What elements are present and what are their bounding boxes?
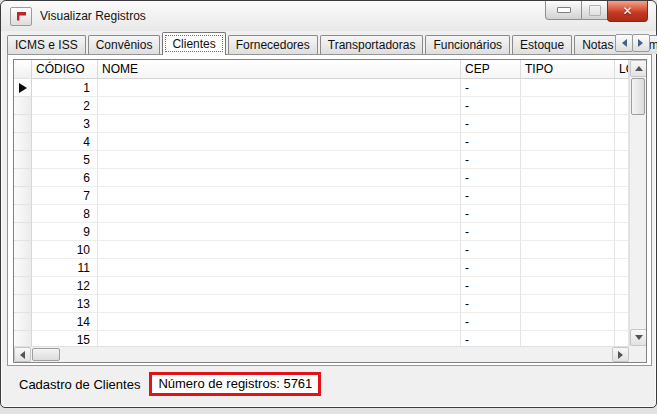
cell-nome[interactable] [98,97,461,115]
row-indicator[interactable] [14,313,32,331]
scroll-down-button[interactable] [630,329,647,346]
cell-tipo[interactable] [521,277,615,295]
vertical-scroll-thumb[interactable] [631,78,645,115]
cell-codigo[interactable]: 9 [32,223,98,241]
row-indicator[interactable] [14,277,32,295]
cell-lo[interactable] [615,259,629,277]
cell-cep[interactable]: - [461,331,521,346]
cell-lo[interactable] [615,133,629,151]
current-row-indicator[interactable] [14,79,32,97]
cell-lo[interactable] [615,223,629,241]
column-header-tipo[interactable]: TIPO [521,60,615,79]
cell-nome[interactable] [98,259,461,277]
column-header-cep[interactable]: CEP [461,60,521,79]
tab-funcionarios[interactable]: Funcionários [425,35,510,54]
cell-nome[interactable] [98,79,461,97]
cell-lo[interactable] [615,205,629,223]
cell-tipo[interactable] [521,133,615,151]
horizontal-scrollbar[interactable] [14,346,629,362]
cell-nome[interactable] [98,133,461,151]
row-indicator[interactable] [14,115,32,133]
cell-codigo[interactable]: 14 [32,313,98,331]
row-indicator[interactable] [14,97,32,115]
tab-estoque[interactable]: Estoque [512,35,572,54]
cell-nome[interactable] [98,205,461,223]
cell-nome[interactable] [98,277,461,295]
maximize-button[interactable] [581,1,608,20]
cell-lo[interactable] [615,331,629,346]
cell-nome[interactable] [98,187,461,205]
cell-tipo[interactable] [521,295,615,313]
cell-lo[interactable] [615,97,629,115]
cell-codigo[interactable]: 13 [32,295,98,313]
vertical-scrollbar[interactable] [629,60,646,346]
cell-lo[interactable] [615,115,629,133]
cell-nome[interactable] [98,313,461,331]
cell-lo[interactable] [615,169,629,187]
cell-tipo[interactable] [521,187,615,205]
title-bar[interactable]: Visualizar Registros ✕ [1,1,656,31]
cell-codigo[interactable]: 11 [32,259,98,277]
cell-tipo[interactable] [521,115,615,133]
cell-cep[interactable]: - [461,313,521,331]
tab-clientes[interactable]: Clientes [162,32,225,55]
cell-cep[interactable]: - [461,169,521,187]
row-indicator[interactable] [14,187,32,205]
cell-lo[interactable] [615,277,629,295]
tab-fornecedores[interactable]: Fornecedores [228,35,318,54]
cell-cep[interactable]: - [461,241,521,259]
scroll-left-button[interactable] [14,347,31,362]
cell-tipo[interactable] [521,241,615,259]
cell-lo[interactable] [615,151,629,169]
column-header-codigo[interactable]: CÓDIGO [32,60,98,79]
cell-cep[interactable]: - [461,97,521,115]
cell-tipo[interactable] [521,169,615,187]
cell-cep[interactable]: - [461,277,521,295]
column-header-lo[interactable]: LO [615,60,629,79]
cell-cep[interactable]: - [461,259,521,277]
row-indicator[interactable] [14,205,32,223]
cell-cep[interactable]: - [461,79,521,97]
cell-tipo[interactable] [521,331,615,346]
cell-codigo[interactable]: 3 [32,115,98,133]
cell-codigo[interactable]: 7 [32,187,98,205]
cell-cep[interactable]: - [461,187,521,205]
cell-tipo[interactable] [521,79,615,97]
cell-cep[interactable]: - [461,133,521,151]
tab-scroll-right-button[interactable] [632,34,650,52]
cell-codigo[interactable]: 6 [32,169,98,187]
cell-lo[interactable] [615,313,629,331]
cell-codigo[interactable]: 2 [32,97,98,115]
row-indicator[interactable] [14,259,32,277]
cell-lo[interactable] [615,241,629,259]
cell-tipo[interactable] [521,97,615,115]
cell-nome[interactable] [98,151,461,169]
scroll-right-button[interactable] [612,347,629,362]
row-indicator[interactable] [14,331,32,346]
cell-nome[interactable] [98,331,461,346]
row-indicator[interactable] [14,241,32,259]
cell-codigo[interactable]: 1 [32,79,98,97]
cell-cep[interactable]: - [461,223,521,241]
form-icon[interactable] [10,7,32,26]
cell-cep[interactable]: - [461,115,521,133]
cell-tipo[interactable] [521,259,615,277]
cell-nome[interactable] [98,295,461,313]
tab-convenios[interactable]: Convênios [88,35,161,54]
cell-cep[interactable]: - [461,205,521,223]
close-button[interactable]: ✕ [607,1,648,22]
cell-nome[interactable] [98,115,461,133]
cell-cep[interactable]: - [461,295,521,313]
tab-icms-e-iss[interactable]: ICMS e ISS [7,35,86,54]
cell-tipo[interactable] [521,205,615,223]
row-indicator[interactable] [14,169,32,187]
cell-lo[interactable] [615,187,629,205]
horizontal-scroll-thumb[interactable] [32,348,60,361]
cell-codigo[interactable]: 15 [32,331,98,346]
cell-cep[interactable]: - [461,151,521,169]
cell-nome[interactable] [98,223,461,241]
row-indicator[interactable] [14,223,32,241]
cell-codigo[interactable]: 8 [32,205,98,223]
cell-nome[interactable] [98,241,461,259]
cell-tipo[interactable] [521,223,615,241]
